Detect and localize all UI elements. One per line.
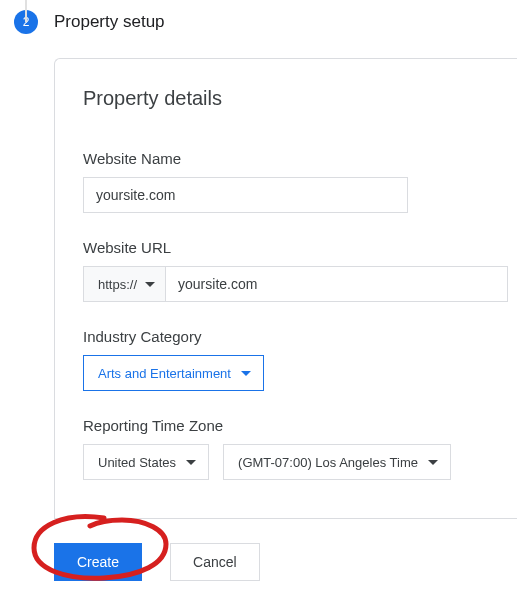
timezone-country-select[interactable]: United States xyxy=(83,444,209,480)
url-scheme-select[interactable]: https:// xyxy=(83,266,165,302)
timezone-offset-select[interactable]: (GMT-07:00) Los Angeles Time xyxy=(223,444,451,480)
industry-select[interactable]: Arts and Entertainment xyxy=(83,355,264,391)
create-button[interactable]: Create xyxy=(54,543,142,581)
timezone-country-value: United States xyxy=(98,455,176,470)
action-row: Create Cancel xyxy=(54,543,517,581)
industry-value: Arts and Entertainment xyxy=(98,366,231,381)
step-connector-line xyxy=(25,0,27,22)
caret-down-icon xyxy=(145,282,155,287)
website-name-label: Website Name xyxy=(83,150,517,167)
timezone-offset-value: (GMT-07:00) Los Angeles Time xyxy=(238,455,418,470)
website-name-group: Website Name xyxy=(83,150,517,213)
website-url-input[interactable] xyxy=(165,266,508,302)
property-details-card: Property details Website Name Website UR… xyxy=(54,58,517,519)
caret-down-icon xyxy=(241,371,251,376)
timezone-label: Reporting Time Zone xyxy=(83,417,517,434)
url-scheme-value: https:// xyxy=(98,277,137,292)
timezone-group: Reporting Time Zone United States (GMT-0… xyxy=(83,417,517,480)
website-name-input[interactable] xyxy=(83,177,408,213)
website-url-label: Website URL xyxy=(83,239,517,256)
industry-label: Industry Category xyxy=(83,328,517,345)
step-header: 2 Property setup xyxy=(14,10,517,34)
industry-group: Industry Category Arts and Entertainment xyxy=(83,328,517,391)
caret-down-icon xyxy=(428,460,438,465)
step-title: Property setup xyxy=(54,12,165,32)
caret-down-icon xyxy=(186,460,196,465)
cancel-button[interactable]: Cancel xyxy=(170,543,260,581)
website-url-group: Website URL https:// xyxy=(83,239,517,302)
card-title: Property details xyxy=(83,87,517,110)
